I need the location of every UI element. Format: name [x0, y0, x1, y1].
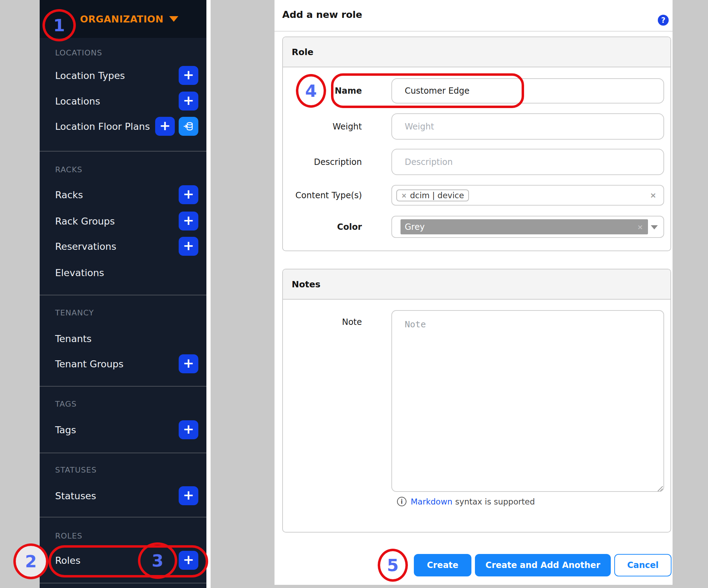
sidebar-item-elevations[interactable]: Elevations	[40, 263, 206, 282]
plus-icon: +	[183, 187, 194, 201]
help-icon[interactable]: ?	[658, 15, 669, 26]
section-label-racks: RACKS	[55, 165, 82, 174]
content-types-row: Content Type(s) × dcim | device ×	[283, 185, 670, 206]
color-swatch-grey: Grey ×	[401, 219, 648, 234]
tag-remove-icon[interactable]: ×	[401, 192, 407, 199]
markdown-hint: i Markdown syntax is supported	[397, 497, 535, 506]
sidebar: ORGANIZATION LOCATIONS Location Types + …	[40, 0, 206, 588]
role-card-header: Role	[283, 37, 670, 67]
sidebar-item-tenants[interactable]: Tenants	[40, 329, 206, 348]
description-input[interactable]	[391, 149, 664, 175]
add-tenant-group-button[interactable]: +	[179, 354, 198, 373]
sidebar-item-rack-groups[interactable]: Rack Groups +	[40, 211, 206, 231]
add-location-floor-plan-button[interactable]: +	[155, 117, 175, 136]
sidebar-item-tenant-groups[interactable]: Tenant Groups +	[40, 354, 206, 374]
sidebar-item-reservations[interactable]: Reservations +	[40, 236, 206, 256]
sidebar-divider	[40, 453, 206, 453]
sidebar-item-tags[interactable]: Tags +	[40, 420, 206, 440]
plus-icon: +	[183, 356, 194, 370]
sidebar-item-location-types[interactable]: Location Types +	[40, 66, 206, 85]
annotation-circle-5: 5	[378, 549, 408, 582]
markdown-hint-text: syntax is supported	[455, 497, 535, 506]
sidebar-divider	[40, 583, 206, 583]
create-button[interactable]: Create	[414, 554, 471, 576]
annotation-circle-4: 4	[296, 74, 326, 108]
content-type-tag: × dcim | device	[396, 189, 469, 201]
weight-input[interactable]	[391, 113, 664, 140]
section-label-locations: LOCATIONS	[55, 48, 102, 57]
sidebar-divider	[40, 386, 206, 387]
plus-icon: +	[159, 119, 171, 132]
plus-icon: +	[183, 239, 194, 252]
content-types-select[interactable]: × dcim | device ×	[391, 185, 664, 206]
sidebar-divider	[40, 517, 206, 517]
notes-card-header: Notes	[283, 269, 670, 300]
dropdown-caret-icon	[651, 225, 658, 229]
database-import-icon	[183, 121, 194, 132]
role-card-title: Role	[292, 47, 313, 57]
add-reservation-button[interactable]: +	[179, 237, 198, 256]
notes-card-title: Notes	[292, 279, 320, 289]
section-label-tenancy: TENANCY	[55, 308, 94, 317]
content-types-label: Content Type(s)	[283, 185, 362, 206]
add-status-button[interactable]: +	[179, 486, 198, 505]
app-background: ORGANIZATION LOCATIONS Location Types + …	[0, 0, 708, 588]
color-label: Color	[283, 216, 362, 238]
annotation-rect-name	[331, 73, 524, 108]
note-label: Note	[283, 310, 362, 334]
section-label-statuses: STATUSES	[55, 466, 97, 474]
sidebar-page-edge	[206, 0, 211, 588]
add-rack-button[interactable]: +	[179, 185, 198, 204]
chevron-down-icon	[169, 16, 178, 22]
clear-field-icon[interactable]: ×	[650, 191, 656, 200]
cancel-button[interactable]: Cancel	[614, 554, 671, 576]
sidebar-item-statuses[interactable]: Statuses +	[40, 486, 206, 506]
section-label-roles: ROLES	[55, 532, 82, 540]
annotation-circle-2: 2	[13, 543, 48, 579]
annotation-rect-roles	[48, 545, 208, 577]
weight-row: Weight	[283, 113, 670, 140]
plus-icon: +	[183, 488, 194, 502]
add-location-button[interactable]: +	[179, 92, 198, 111]
sidebar-item-racks[interactable]: Racks +	[40, 185, 206, 205]
plus-icon: +	[183, 94, 194, 107]
sidebar-item-locations[interactable]: Locations +	[40, 91, 206, 111]
color-select[interactable]: Grey ×	[391, 216, 664, 238]
section-label-tags: TAGS	[55, 400, 77, 408]
annotation-circle-1: 1	[42, 9, 76, 41]
color-row: Color Grey ×	[283, 216, 670, 238]
description-label: Description	[283, 149, 362, 175]
markdown-link[interactable]: Markdown	[411, 497, 452, 506]
sidebar-divider	[40, 151, 206, 152]
sidebar-item-location-floor-plans[interactable]: Location Floor Plans +	[40, 116, 206, 136]
content-type-tag-label: dcim | device	[410, 191, 464, 200]
weight-label: Weight	[283, 113, 362, 140]
resize-handle[interactable]	[656, 484, 663, 492]
color-value-label: Grey	[405, 222, 425, 232]
plus-icon: +	[183, 214, 194, 227]
sidebar-divider	[40, 295, 206, 295]
organization-menu-label: ORGANIZATION	[80, 14, 164, 25]
notes-card: Notes Note i Markdown syntax is supporte…	[282, 269, 671, 533]
description-row: Description	[283, 149, 670, 175]
annotation-circle-3: 3	[138, 542, 177, 579]
create-and-add-another-button[interactable]: Create and Add Another	[475, 554, 611, 576]
page-title: Add a new role	[282, 9, 362, 20]
note-textarea[interactable]	[391, 310, 664, 492]
plus-icon: +	[183, 422, 194, 436]
import-location-floor-plan-button[interactable]	[179, 117, 198, 136]
role-card: Role Name Weight Description Content Typ…	[282, 36, 671, 251]
swatch-clear-icon[interactable]: ×	[637, 223, 643, 231]
plus-icon: +	[183, 68, 194, 81]
info-icon: i	[397, 497, 406, 506]
header-divider	[274, 31, 673, 32]
add-location-type-button[interactable]: +	[179, 66, 198, 85]
add-tag-button[interactable]: +	[179, 420, 198, 439]
add-rack-group-button[interactable]: +	[179, 212, 198, 230]
